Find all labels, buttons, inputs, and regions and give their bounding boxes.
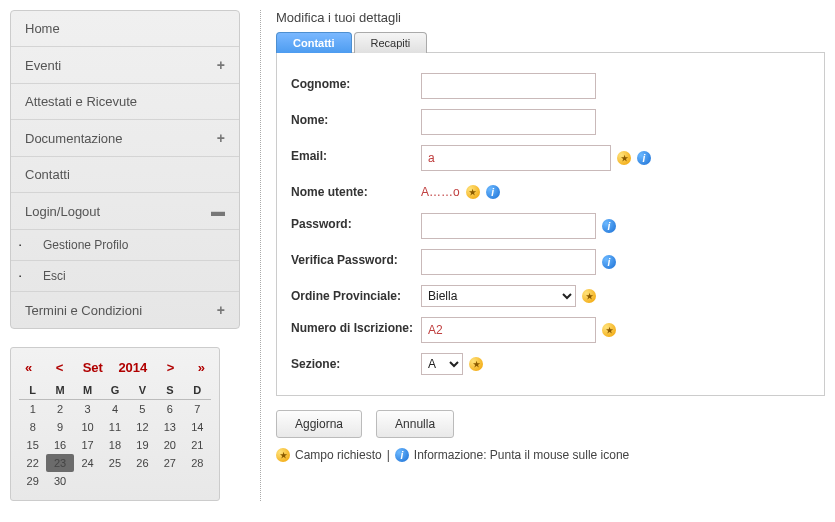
calendar-year[interactable]: 2014 <box>118 360 147 375</box>
label-ordine: Ordine Provinciale: <box>291 285 421 303</box>
label-cognome: Cognome: <box>291 73 421 91</box>
calendar-day[interactable]: 15 <box>19 436 46 454</box>
calendar-day[interactable]: 5 <box>129 400 156 419</box>
sidebar-item-eventi[interactable]: Eventi + <box>11 47 239 84</box>
select-sezione[interactable]: A <box>421 353 463 375</box>
calendar-dow: S <box>156 381 183 400</box>
calendar-day <box>101 472 128 490</box>
calendar-day[interactable]: 10 <box>74 418 101 436</box>
calendar-day <box>184 472 211 490</box>
label-nome-utente: Nome utente: <box>291 181 421 199</box>
sidebar-item-label: Eventi <box>25 58 61 73</box>
calendar-prev-year[interactable]: « <box>21 360 36 375</box>
calendar-day[interactable]: 12 <box>129 418 156 436</box>
sidebar-item-label: Attestati e Ricevute <box>25 94 137 109</box>
sidebar-item-label: Contatti <box>25 167 70 182</box>
calendar-month[interactable]: Set <box>83 360 103 375</box>
input-nome[interactable] <box>421 109 596 135</box>
label-password: Password: <box>291 213 421 231</box>
required-icon <box>469 357 483 371</box>
calendar-day <box>74 472 101 490</box>
input-numero-iscrizione[interactable] <box>421 317 596 343</box>
sidebar-item-login[interactable]: Login/Logout ▬ <box>11 193 239 230</box>
aggiorna-button[interactable]: Aggiorna <box>276 410 362 438</box>
legend-info-text: Informazione: Punta il mouse sulle icone <box>414 448 629 462</box>
minus-icon[interactable]: ▬ <box>211 203 225 219</box>
calendar-dow: D <box>184 381 211 400</box>
required-icon <box>617 151 631 165</box>
sidebar-item-attestati[interactable]: Attestati e Ricevute <box>11 84 239 120</box>
plus-icon[interactable]: + <box>217 130 225 146</box>
label-sezione: Sezione: <box>291 353 421 371</box>
calendar-day[interactable]: 9 <box>46 418 73 436</box>
calendar-day[interactable]: 17 <box>74 436 101 454</box>
sidebar-subitem-gestione-profilo[interactable]: Gestione Profilo <box>11 230 239 261</box>
sidebar-item-termini[interactable]: Termini e Condizioni + <box>11 292 239 328</box>
label-email: Email: <box>291 145 421 163</box>
calendar-day[interactable]: 28 <box>184 454 211 472</box>
calendar-next-year[interactable]: » <box>194 360 209 375</box>
tab-contatti[interactable]: Contatti <box>276 32 352 53</box>
calendar-day[interactable]: 20 <box>156 436 183 454</box>
input-email[interactable] <box>421 145 611 171</box>
calendar-next-month[interactable]: > <box>163 360 179 375</box>
calendar-day[interactable]: 26 <box>129 454 156 472</box>
calendar-day[interactable]: 1 <box>19 400 46 419</box>
calendar-day[interactable]: 13 <box>156 418 183 436</box>
sidebar-item-home[interactable]: Home <box>11 11 239 47</box>
label-verifica-password: Verifica Password: <box>291 249 421 267</box>
calendar-day[interactable]: 2 <box>46 400 73 419</box>
sidebar-item-documentazione[interactable]: Documentazione + <box>11 120 239 157</box>
calendar-day[interactable]: 16 <box>46 436 73 454</box>
annulla-button[interactable]: Annulla <box>376 410 454 438</box>
sidebar-subitem-label: Esci <box>43 269 66 283</box>
calendar-day <box>156 472 183 490</box>
required-icon <box>582 289 596 303</box>
calendar-day[interactable]: 21 <box>184 436 211 454</box>
calendar-day[interactable]: 14 <box>184 418 211 436</box>
legend-required-text: Campo richiesto <box>295 448 382 462</box>
calendar-day[interactable]: 29 <box>19 472 46 490</box>
calendar-dow: V <box>129 381 156 400</box>
sidebar-item-contatti[interactable]: Contatti <box>11 157 239 193</box>
info-icon[interactable] <box>602 219 616 233</box>
sidebar-item-label: Home <box>25 21 60 36</box>
sidebar-subitem-esci[interactable]: Esci <box>11 261 239 292</box>
plus-icon[interactable]: + <box>217 302 225 318</box>
sidebar-item-label: Documentazione <box>25 131 123 146</box>
calendar-day[interactable]: 3 <box>74 400 101 419</box>
tab-recapiti[interactable]: Recapiti <box>354 32 428 53</box>
input-verifica-password[interactable] <box>421 249 596 275</box>
calendar-day[interactable]: 23 <box>46 454 73 472</box>
label-numero-iscrizione: Numero di Iscrizione: <box>291 317 421 335</box>
select-ordine[interactable]: Biella <box>421 285 576 307</box>
calendar-day[interactable]: 22 <box>19 454 46 472</box>
sidebar-menu: Home Eventi + Attestati e Ricevute Docum… <box>10 10 240 329</box>
calendar-day[interactable]: 11 <box>101 418 128 436</box>
input-cognome[interactable] <box>421 73 596 99</box>
info-icon[interactable] <box>486 185 500 199</box>
info-icon[interactable] <box>602 255 616 269</box>
calendar-day[interactable]: 7 <box>184 400 211 419</box>
calendar-day[interactable]: 25 <box>101 454 128 472</box>
value-nome-utente: A……o <box>421 181 460 203</box>
legend-sep: | <box>387 448 390 462</box>
calendar-dow: M <box>74 381 101 400</box>
calendar-prev-month[interactable]: < <box>52 360 68 375</box>
calendar-dow: M <box>46 381 73 400</box>
calendar-day[interactable]: 18 <box>101 436 128 454</box>
calendar-dow: G <box>101 381 128 400</box>
calendar-day[interactable]: 27 <box>156 454 183 472</box>
calendar-day[interactable]: 6 <box>156 400 183 419</box>
calendar-day[interactable]: 8 <box>19 418 46 436</box>
calendar-day[interactable]: 30 <box>46 472 73 490</box>
info-icon[interactable] <box>637 151 651 165</box>
calendar-day[interactable]: 24 <box>74 454 101 472</box>
plus-icon[interactable]: + <box>217 57 225 73</box>
required-icon <box>466 185 480 199</box>
sidebar-item-label: Termini e Condizioni <box>25 303 142 318</box>
input-password[interactable] <box>421 213 596 239</box>
calendar-day[interactable]: 19 <box>129 436 156 454</box>
calendar-day[interactable]: 4 <box>101 400 128 419</box>
sidebar-item-label: Login/Logout <box>25 204 100 219</box>
